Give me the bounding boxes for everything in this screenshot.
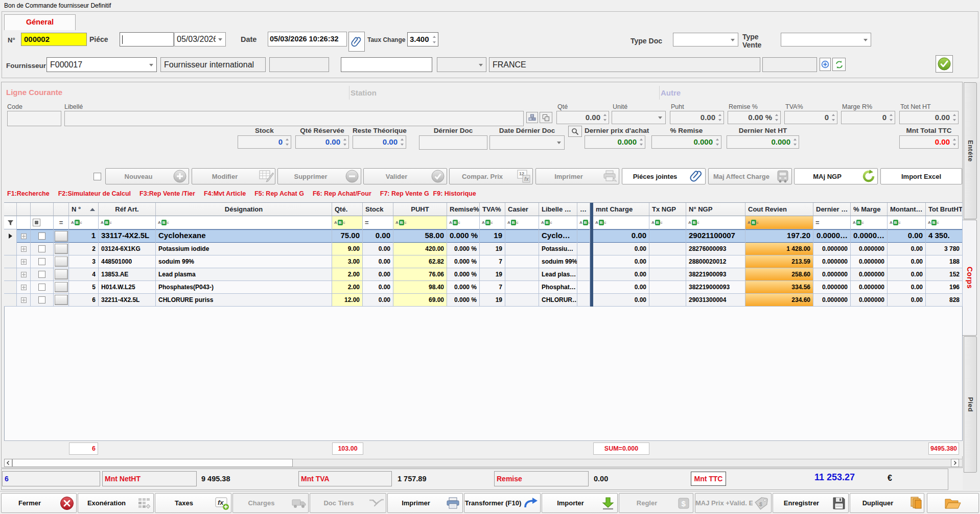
order-number-field[interactable]: 000002 bbox=[21, 33, 87, 46]
cell-num-ngp[interactable]: 38221900093 bbox=[686, 268, 745, 281]
filter-funnel-cell[interactable] bbox=[4, 216, 17, 229]
cell-num-ngp[interactable]: 28800020012 bbox=[686, 255, 745, 268]
cell-remise[interactable]: 0.000 % bbox=[447, 255, 480, 268]
tva-field[interactable]: 0 bbox=[784, 111, 837, 124]
puht-field[interactable]: 0.00 bbox=[670, 111, 724, 124]
toolbar-button-dupliquer[interactable]: Dupliquer bbox=[850, 493, 924, 513]
cell-dernier[interactable]: 0.000000 bbox=[813, 294, 851, 307]
unite-combo[interactable] bbox=[612, 111, 666, 124]
cell-casier[interactable] bbox=[505, 268, 539, 281]
column-header-casier[interactable]: Casier bbox=[505, 203, 539, 216]
filter-cell-puht[interactable]: ABc bbox=[393, 216, 447, 229]
cell-puht[interactable]: 98.40 bbox=[393, 281, 447, 294]
column-header-montant[interactable]: Montant… bbox=[888, 203, 926, 216]
cell-stock[interactable]: 0.00 bbox=[363, 243, 393, 255]
hscroll-thumb[interactable] bbox=[12, 459, 293, 467]
filter-cell-ref[interactable]: ABc bbox=[99, 216, 156, 229]
cell-libelle[interactable]: Potassiu… bbox=[539, 243, 577, 255]
cell-casier[interactable] bbox=[505, 294, 539, 307]
taux-change-spinner[interactable]: 3.400 bbox=[407, 32, 438, 46]
side-tab-corps[interactable]: Corps bbox=[963, 220, 977, 336]
toolbar-button-enregistrer[interactable]: Enregistrer bbox=[773, 493, 849, 513]
action-button-valider[interactable]: Valider bbox=[363, 168, 447, 184]
cell-tva[interactable]: 19 bbox=[480, 229, 505, 243]
toolbar-button-imprimer[interactable]: Imprimer bbox=[387, 493, 463, 513]
filter-cell-checkbox[interactable] bbox=[31, 216, 54, 229]
cell-mnt-charge[interactable]: 0.00 bbox=[593, 243, 649, 255]
row-checkbox[interactable] bbox=[31, 294, 54, 307]
cell-dernier[interactable]: 0.000000 bbox=[813, 268, 851, 281]
cell-puht[interactable]: 69.00 bbox=[393, 294, 447, 307]
action-button-nouveau[interactable]: Nouveau bbox=[105, 168, 189, 184]
spinner-arrows-icon[interactable] bbox=[431, 34, 437, 45]
tot-net-field[interactable]: 0.00 bbox=[899, 111, 959, 124]
cell-libelle[interactable]: CHLORUR… bbox=[539, 294, 577, 307]
column-header-ref[interactable]: Réf Art. bbox=[99, 203, 156, 216]
row-expand-button[interactable] bbox=[17, 255, 31, 268]
marge-field[interactable]: 0 bbox=[841, 111, 895, 124]
cell-num-ngp[interactable]: 28276000093 bbox=[686, 243, 745, 255]
column-header-tva[interactable]: TVA% bbox=[480, 203, 505, 216]
article-lookup-button[interactable] bbox=[526, 112, 538, 123]
fournisseur-input[interactable] bbox=[341, 57, 432, 72]
cell-casier[interactable] bbox=[505, 243, 539, 255]
toolbar-button-importer[interactable]: Importer bbox=[542, 493, 618, 513]
cell-mnt-charge[interactable]: 0.00 bbox=[593, 294, 649, 307]
row-expand-button[interactable] bbox=[17, 281, 31, 294]
select-all-checkbox[interactable] bbox=[94, 173, 101, 180]
cell-tx-ngp[interactable] bbox=[649, 294, 686, 307]
cell-tva[interactable]: 7 bbox=[480, 281, 505, 294]
filter-cell-mnt-charge[interactable]: ABc bbox=[593, 216, 649, 229]
cell-ref[interactable]: 448501000 bbox=[99, 255, 156, 268]
cell-remise[interactable]: 0.000 % bbox=[447, 268, 480, 281]
cell-casier[interactable] bbox=[505, 281, 539, 294]
cell-tot-brut[interactable]: 4 350. bbox=[926, 229, 963, 243]
cell-puht[interactable]: 420.00 bbox=[393, 243, 447, 255]
type-vente-combo[interactable] bbox=[781, 33, 871, 46]
cell-marge[interactable]: 0.000000 bbox=[851, 281, 888, 294]
cell-dots[interactable] bbox=[577, 229, 590, 243]
row-checkbox[interactable] bbox=[31, 243, 54, 255]
pct-remise-field[interactable]: 0.000 bbox=[651, 135, 721, 149]
filter-cell-num-ngp[interactable]: ABc bbox=[686, 216, 745, 229]
toolbar-button-regler[interactable]: Regler$ bbox=[619, 493, 693, 513]
row-edit-button[interactable] bbox=[54, 281, 69, 294]
column-header-dernier[interactable]: Dernier … bbox=[813, 203, 851, 216]
toolbar-button-folder-open-orange[interactable] bbox=[927, 493, 979, 513]
cell-tot-brut[interactable]: 188 bbox=[926, 255, 963, 268]
stock-field[interactable]: 0 bbox=[238, 135, 291, 149]
cell-montant[interactable]: 0.00 bbox=[888, 255, 926, 268]
cell-stock[interactable]: 0.00 bbox=[363, 229, 393, 243]
row-edit-button[interactable] bbox=[54, 243, 69, 255]
row-checkbox[interactable] bbox=[31, 268, 54, 281]
side-tab-ent-te[interactable]: Entéte bbox=[964, 82, 977, 219]
cell-tot-brut[interactable]: 196 bbox=[926, 281, 963, 294]
qte-reservee-field[interactable]: 0.00 bbox=[295, 135, 349, 149]
action-button-maj-affect-charge[interactable]: Maj Affect Charge bbox=[708, 168, 792, 184]
cell-libelle[interactable]: Lead plas… bbox=[539, 268, 577, 281]
date-dernier-doc-combo[interactable] bbox=[489, 135, 565, 150]
cell-tot-brut[interactable]: 152 bbox=[926, 268, 963, 281]
row-expand-button[interactable] bbox=[17, 243, 31, 255]
filter-cell-tva[interactable]: ABc bbox=[480, 216, 505, 229]
fournisseur-sub-combo[interactable] bbox=[437, 57, 486, 72]
type-doc-combo[interactable] bbox=[673, 33, 738, 46]
cell-puht[interactable]: 62.82 bbox=[393, 255, 447, 268]
row-expand-button[interactable] bbox=[17, 268, 31, 281]
toolbar-button-doc-tiers[interactable]: Doc Tiers bbox=[310, 493, 386, 513]
toolbar-button-transformer-f10-[interactable]: Transformer (F10) bbox=[464, 493, 541, 513]
row-checkbox[interactable] bbox=[31, 281, 54, 294]
tab-ligne-courante[interactable]: Ligne Courante bbox=[6, 88, 62, 97]
cell-cout-revien[interactable]: 258.60 bbox=[745, 268, 813, 281]
dernier-net-field[interactable]: 0.000 bbox=[727, 135, 799, 149]
action-button-imprimer[interactable]: Imprimer bbox=[535, 168, 619, 184]
cell-num[interactable]: 4 bbox=[69, 268, 99, 281]
row-checkbox[interactable] bbox=[31, 229, 54, 243]
cell-tot-brut[interactable]: 828 bbox=[926, 294, 963, 307]
cell-tva[interactable]: 7 bbox=[480, 255, 505, 268]
filter-cell-libelle[interactable]: ABc bbox=[539, 216, 577, 229]
cell-remise[interactable]: 0.000 % bbox=[447, 243, 480, 255]
cell-tva[interactable]: 19 bbox=[480, 268, 505, 281]
cell-num[interactable]: 2 bbox=[69, 243, 99, 255]
mnt-total-field[interactable]: 0.00 bbox=[899, 135, 959, 149]
